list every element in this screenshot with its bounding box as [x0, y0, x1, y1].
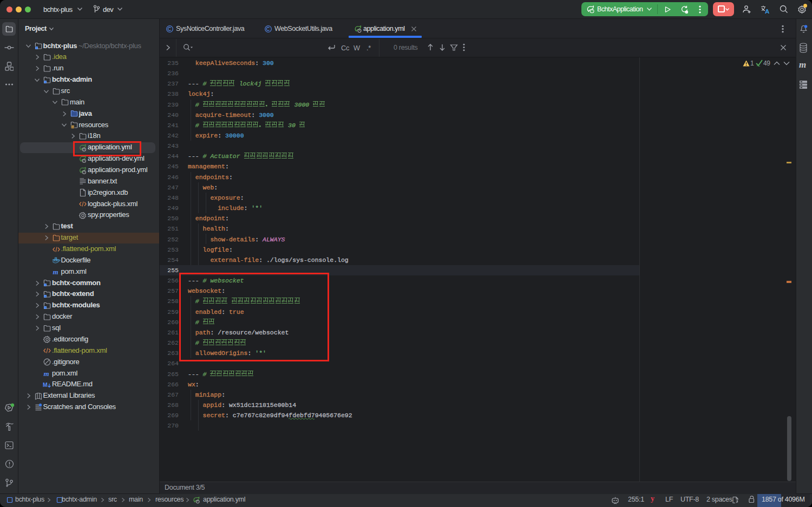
svg-text:A: A: [765, 8, 769, 15]
svg-text:M: M: [43, 381, 48, 388]
svg-text:m: m: [44, 370, 49, 378]
svg-text:m: m: [53, 268, 58, 276]
